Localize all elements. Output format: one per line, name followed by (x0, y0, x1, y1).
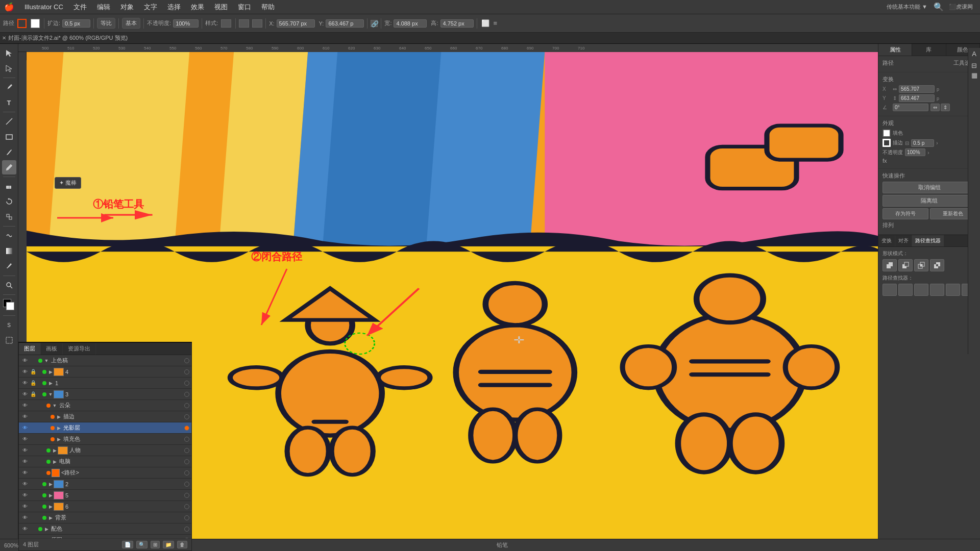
transform-icon[interactable] (239, 19, 249, 28)
layer-row-5[interactable]: 👁 ▶ 5 (19, 490, 191, 501)
delete-layer-btn[interactable]: 🗑 (177, 541, 187, 548)
expand-beijing[interactable]: ▶ (47, 515, 54, 521)
target-circle-1[interactable] (184, 358, 189, 363)
link-icon[interactable]: 🔗 (371, 20, 378, 27)
target-circle-tianchong[interactable] (184, 437, 189, 442)
vis-icon-path[interactable]: 👁 (21, 469, 29, 477)
vis-icon-l2[interactable]: 👁 (21, 480, 29, 488)
fx-label[interactable]: fx (883, 158, 887, 164)
right-icon-1[interactable]: A (972, 50, 976, 58)
target-circle-miaob[interactable] (184, 414, 189, 419)
zoom-tool[interactable] (2, 278, 16, 292)
angle-reflect-v[interactable]: ⇕ (941, 104, 950, 111)
layer-row-6[interactable]: 👁 ▶ 6 (19, 501, 191, 512)
scale-tool[interactable] (2, 210, 16, 224)
color-controls[interactable] (2, 298, 16, 312)
x-value-input[interactable] (899, 85, 935, 93)
arrange-icon[interactable]: ⬜ (481, 19, 489, 27)
search-icon[interactable]: 🔍 (934, 2, 944, 12)
expand-l5[interactable]: ▶ (47, 492, 54, 498)
asset-export-tab[interactable]: 资源导出 (63, 343, 96, 355)
menu-object[interactable]: 对象 (116, 2, 138, 13)
rotate-tool[interactable] (2, 194, 16, 209)
layer-row-beijing[interactable]: 👁 ▶ 背景 (19, 512, 191, 523)
type-tool[interactable]: T (2, 95, 16, 110)
vis-icon-l3[interactable]: 👁 (21, 390, 29, 398)
menu-text[interactable]: 文字 (140, 2, 161, 13)
y-value-input[interactable] (899, 94, 935, 102)
layer-row-1[interactable]: 👁 🔒 ▶ 1 (19, 378, 191, 389)
expand-l3[interactable]: ▼ (47, 391, 54, 397)
vis-icon-l5[interactable]: 👁 (21, 491, 29, 499)
vis-icon-l1[interactable]: 👁 (21, 379, 29, 387)
gradient-tool[interactable] (2, 244, 16, 258)
unite-btn[interactable] (883, 259, 897, 271)
expand-yunduo[interactable]: ▼ (52, 403, 58, 409)
target-circle-diannao[interactable] (184, 459, 189, 464)
intersect-btn[interactable] (914, 259, 928, 271)
menu-help[interactable]: 帮助 (257, 2, 279, 13)
layer-row-shang-se-gao[interactable]: 👁 ▼ 上色稿 (19, 355, 191, 366)
new-group-btn[interactable]: 📁 (163, 541, 174, 548)
vis-icon-4[interactable]: 👁 (21, 368, 29, 376)
layer-row-guangy[interactable]: 👁 ▶ 光影层 (19, 422, 191, 434)
x-input[interactable] (277, 19, 315, 28)
expand-miaob[interactable]: ▶ (56, 414, 62, 420)
y-input[interactable] (326, 19, 364, 28)
layer-row-2[interactable]: 👁 ▶ 2 (19, 479, 191, 490)
target-circle-l6[interactable] (184, 504, 189, 509)
expand-peise[interactable]: ▶ (43, 526, 50, 532)
snap-icon[interactable] (252, 19, 262, 28)
pen-tool[interactable] (2, 80, 16, 94)
h-input[interactable] (440, 19, 474, 28)
vis-icon-peise[interactable]: 👁 (21, 525, 29, 533)
vis-icon-tianchong[interactable]: 👁 (21, 435, 29, 443)
layers-tab[interactable]: 图层 (19, 343, 41, 355)
menu-view[interactable]: 视图 (210, 2, 232, 13)
target-circle-l1[interactable] (184, 381, 189, 386)
layer-row-yuantu[interactable]: 👁 ▶ 原图 (19, 535, 191, 538)
menu-edit[interactable]: 编辑 (93, 2, 114, 13)
vis-icon-diannao[interactable]: 👁 (21, 458, 29, 466)
menu-file[interactable]: 文件 (69, 2, 91, 13)
rect-tool[interactable] (2, 130, 16, 144)
artboard-tab[interactable]: 画板 (41, 343, 63, 355)
grid-view-btn[interactable]: ⊞ (151, 541, 160, 548)
target-circle-path[interactable] (184, 470, 189, 475)
symbol-tool[interactable]: S (2, 318, 16, 332)
angle-input[interactable] (893, 104, 928, 111)
target-circle-l3[interactable] (184, 392, 189, 397)
target-circle-l5[interactable] (184, 493, 189, 498)
style-btn[interactable]: 基本 (122, 18, 140, 29)
eyedropper-tool[interactable] (2, 259, 16, 273)
angle-reflect-h[interactable]: ⇔ (930, 104, 940, 111)
stroke-expand[interactable]: › (936, 140, 938, 146)
pencil-tool[interactable] (2, 160, 16, 174)
expand-diannao[interactable]: ▶ (52, 459, 58, 465)
vis-icon-yunduo[interactable]: 👁 (21, 402, 29, 410)
target-circle-4[interactable] (184, 369, 189, 374)
expand-4[interactable]: ▶ (47, 369, 54, 375)
align-icon[interactable]: ≡ (494, 19, 498, 27)
direct-select-tool[interactable] (2, 61, 16, 76)
layer-row-miaob[interactable]: 👁 ▶ 描边 (19, 411, 191, 422)
layer-row-peise[interactable]: 👁 ▶ 配色 (19, 523, 191, 535)
w-input[interactable] (394, 19, 427, 28)
layer-row-path[interactable]: 👁 <路径> (19, 467, 191, 479)
target-circle-renwu[interactable] (184, 448, 189, 453)
stroke-value-input[interactable] (911, 139, 934, 147)
vis-icon-renwu[interactable]: 👁 (21, 446, 29, 455)
rp-tab-library[interactable]: 库 (912, 44, 946, 56)
pf-btn-2[interactable] (898, 284, 913, 296)
tab-transform[interactable]: 变换 (878, 235, 895, 246)
expand-guangy[interactable]: ▶ (56, 425, 62, 431)
stroke-color-swatch[interactable] (883, 139, 891, 147)
eraser-tool[interactable] (2, 179, 16, 193)
pf-btn-3[interactable] (914, 284, 928, 296)
stroke-color-btn[interactable] (17, 19, 27, 28)
pf-btn-4[interactable] (930, 284, 944, 296)
opacity-input[interactable] (173, 19, 199, 28)
vis-icon-beijing[interactable]: 👁 (21, 514, 29, 522)
select-tool[interactable] (2, 46, 16, 60)
tab-align[interactable]: 对齐 (895, 235, 912, 246)
